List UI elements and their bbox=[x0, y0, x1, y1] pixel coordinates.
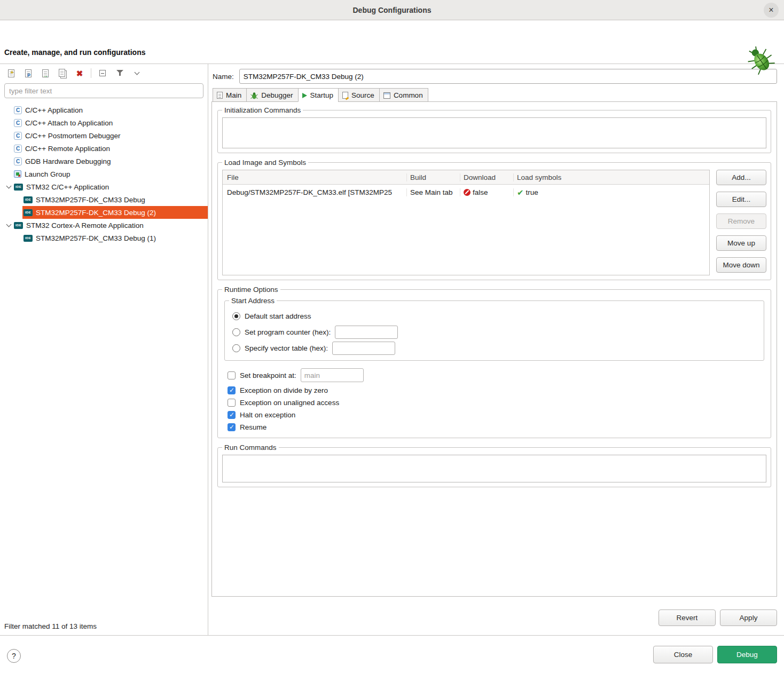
tree-item-stm32-cortexa-remote[interactable]: IDESTM32 Cortex-A Remote Application bbox=[0, 219, 208, 232]
exception-divide-checkbox[interactable] bbox=[228, 386, 236, 394]
tree-item-cpp-application[interactable]: CC/C++ Application bbox=[0, 104, 208, 116]
window-close-button[interactable]: × bbox=[764, 3, 779, 18]
tree-item-cpp-remote[interactable]: CC/C++ Remote Application bbox=[0, 142, 208, 155]
tab-startup[interactable]: Startup bbox=[298, 88, 339, 102]
exception-unaligned-checkbox[interactable] bbox=[228, 399, 236, 407]
tree-item-launch-group[interactable]: Launch Group bbox=[0, 168, 208, 180]
program-counter-label[interactable]: Set program counter (hex): bbox=[245, 328, 331, 336]
chevron-down-icon bbox=[134, 70, 139, 75]
resume-row: Resume bbox=[222, 421, 766, 433]
stm32-ide-icon: IDE bbox=[14, 184, 23, 191]
init-commands-textarea[interactable] bbox=[222, 117, 766, 148]
collapse-all-button[interactable] bbox=[97, 67, 108, 79]
tree-item-stm32-cpp-application[interactable]: IDESTM32 C/C++ Application bbox=[0, 180, 208, 193]
tab-main[interactable]: Main bbox=[213, 88, 246, 102]
c-app-icon: C bbox=[14, 145, 22, 153]
window-title: Debug Configurations bbox=[353, 6, 432, 14]
default-start-address-label[interactable]: Default start address bbox=[245, 312, 311, 320]
cell-file: Debug/STM32MP257F-DK_CM33.elf [STM32MP25 bbox=[223, 188, 407, 196]
cell-load-symbols: true bbox=[526, 188, 538, 196]
set-breakpoint-label[interactable]: Set breakpoint at: bbox=[240, 371, 296, 379]
remove-button[interactable]: Remove bbox=[716, 213, 766, 229]
tab-debugger[interactable]: Debugger bbox=[246, 88, 297, 102]
exception-divide-label[interactable]: Exception on divide by zero bbox=[240, 386, 328, 394]
c-app-icon: C bbox=[14, 119, 22, 127]
move-down-button[interactable]: Move down bbox=[716, 257, 766, 273]
configurations-tree: CC/C++ Application CC/C++ Attach to Appl… bbox=[0, 102, 208, 617]
start-address-legend: Start Address bbox=[229, 297, 277, 305]
help-button[interactable]: ? bbox=[7, 649, 21, 663]
startup-tab-panel: Initialization Commands Load Image and S… bbox=[211, 101, 777, 597]
default-start-address-row: Default start address bbox=[229, 308, 759, 324]
filter-button[interactable] bbox=[114, 67, 126, 79]
table-row[interactable]: Debug/STM32MP257F-DK_CM33.elf [STM32MP25… bbox=[223, 185, 709, 200]
filter-status: Filter matched 11 of 13 items bbox=[0, 617, 208, 635]
apply-row: Revert Apply bbox=[211, 597, 777, 635]
tree-item-cpp-attach[interactable]: CC/C++ Attach to Application bbox=[0, 116, 208, 129]
init-commands-legend: Initialization Commands bbox=[222, 106, 303, 114]
tree-item-debug-1[interactable]: IDESTM32MP257F-DK_CM33 Debug bbox=[0, 193, 208, 206]
resume-checkbox[interactable] bbox=[228, 423, 236, 431]
run-commands-textarea[interactable] bbox=[222, 455, 766, 482]
chevron-down-icon bbox=[6, 183, 11, 188]
tree-item-debug-2-selected[interactable]: IDESTM32MP257F-DK_CM33 Debug (2) bbox=[0, 206, 208, 219]
filter-input[interactable] bbox=[4, 83, 203, 98]
delete-config-button[interactable]: ✖ bbox=[74, 67, 85, 79]
expander[interactable] bbox=[4, 186, 13, 188]
run-commands-legend: Run Commands bbox=[222, 444, 279, 452]
revert-button[interactable]: Revert bbox=[658, 609, 716, 626]
debug-button[interactable]: Debug bbox=[717, 646, 777, 663]
runtime-options-legend: Runtime Options bbox=[222, 286, 280, 294]
default-start-address-radio[interactable] bbox=[232, 312, 240, 320]
breakpoint-symbol-input[interactable] bbox=[301, 368, 364, 382]
set-breakpoint-checkbox[interactable] bbox=[228, 371, 236, 379]
vector-table-input[interactable] bbox=[332, 342, 395, 355]
expander[interactable] bbox=[4, 225, 13, 226]
tree-item-label: C/C++ Remote Application bbox=[25, 145, 110, 153]
edit-button[interactable]: Edit... bbox=[716, 192, 766, 207]
close-button[interactable]: Close bbox=[653, 646, 713, 663]
halt-on-exception-checkbox[interactable] bbox=[228, 411, 236, 419]
debug-configurations-dialog: Debug Configurations × Create, manage, a… bbox=[0, 0, 784, 673]
program-counter-input[interactable] bbox=[335, 326, 398, 339]
exception-unaligned-label[interactable]: Exception on unaligned access bbox=[240, 399, 339, 407]
add-button[interactable]: Add... bbox=[716, 170, 766, 185]
duplicate-config-button[interactable] bbox=[57, 67, 68, 79]
new-config-button[interactable] bbox=[5, 67, 17, 79]
start-address-group: Start Address Default start address Set … bbox=[224, 297, 764, 361]
column-header-download: Download bbox=[460, 173, 514, 181]
resume-label[interactable]: Resume bbox=[240, 423, 266, 431]
false-icon bbox=[464, 189, 471, 196]
tree-item-label: GDB Hardware Debugging bbox=[25, 157, 111, 165]
view-menu-button[interactable] bbox=[131, 67, 143, 79]
name-input[interactable] bbox=[239, 69, 777, 84]
move-up-button[interactable]: Move up bbox=[716, 235, 766, 251]
halt-on-exception-label[interactable]: Halt on exception bbox=[240, 411, 295, 419]
column-header-load-symbols: Load symbols bbox=[514, 173, 709, 181]
vector-table-radio[interactable] bbox=[232, 344, 240, 352]
tab-source[interactable]: Source bbox=[338, 88, 379, 102]
vector-table-label[interactable]: Specify vector table (hex): bbox=[245, 344, 328, 352]
tree-item-gdb-hardware[interactable]: CGDB Hardware Debugging bbox=[0, 155, 208, 168]
dialog-header-title: Create, manage, and run configurations bbox=[4, 48, 146, 57]
stm32-ide-icon: IDE bbox=[14, 222, 23, 229]
program-counter-radio[interactable] bbox=[232, 328, 240, 336]
filter-icon bbox=[116, 70, 123, 76]
tree-item-label: Launch Group bbox=[25, 170, 70, 178]
check-icon: ✔ bbox=[517, 188, 524, 196]
titlebar: Debug Configurations × bbox=[0, 0, 784, 20]
exception-divide-row: Exception on divide by zero bbox=[222, 384, 766, 397]
tab-common[interactable]: Common bbox=[379, 88, 428, 102]
stm32-ide-icon: IDE bbox=[23, 235, 33, 242]
tree-item-debug-1-cortexa[interactable]: IDESTM32MP257F-DK_CM33 Debug (1) bbox=[0, 232, 208, 244]
export-config-button[interactable] bbox=[40, 67, 51, 79]
tree-item-label: STM32 C/C++ Application bbox=[26, 183, 109, 191]
tree-item-cpp-postmortem[interactable]: CC/C++ Postmortem Debugger bbox=[0, 129, 208, 142]
apply-button[interactable]: Apply bbox=[720, 609, 777, 626]
duplicate-config-icon bbox=[59, 69, 65, 77]
filter-wrap bbox=[0, 82, 208, 102]
cell-build: See Main tab bbox=[407, 188, 460, 196]
source-tab-icon bbox=[342, 92, 348, 99]
new-prototype-button[interactable] bbox=[22, 67, 34, 79]
tree-item-label: STM32MP257F-DK_CM33 Debug (2) bbox=[36, 209, 156, 217]
